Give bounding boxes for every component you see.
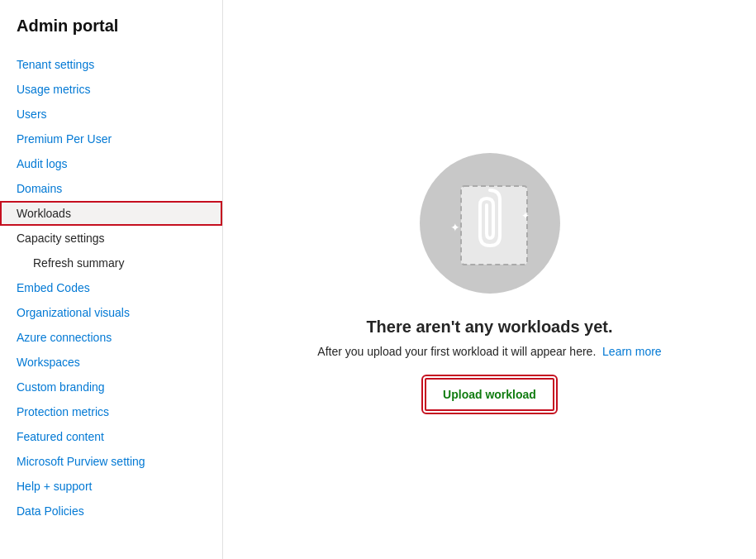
learn-more-link[interactable]: Learn more xyxy=(602,345,662,358)
page-title: Admin portal xyxy=(0,17,222,52)
sidebar-item-users[interactable]: Users xyxy=(0,102,222,127)
sidebar-item-refresh-summary[interactable]: Refresh summary xyxy=(0,251,222,275)
svg-text:✦: ✦ xyxy=(450,221,460,234)
sidebar-item-help-+-support[interactable]: Help + support xyxy=(0,474,222,499)
sidebar-item-organizational-visuals[interactable]: Organizational visuals xyxy=(0,300,222,325)
sidebar: Admin portal Tenant settingsUsage metric… xyxy=(0,0,223,559)
sidebar-item-microsoft-purview-setting[interactable]: Microsoft Purview setting xyxy=(0,449,222,474)
sidebar-item-domains[interactable]: Domains xyxy=(0,176,222,201)
sidebar-item-premium-per-user[interactable]: Premium Per User xyxy=(0,127,222,151)
svg-text:✦: ✦ xyxy=(521,210,530,222)
empty-illustration: ✦ ✦ xyxy=(416,149,564,298)
empty-state-title: There aren't any workloads yet. xyxy=(366,318,612,337)
sidebar-item-featured-content[interactable]: Featured content xyxy=(0,424,222,449)
sidebar-item-capacity-settings[interactable]: Capacity settings xyxy=(0,226,222,251)
upload-workload-button[interactable]: Upload workload xyxy=(425,378,554,411)
sidebar-item-azure-connections[interactable]: Azure connections xyxy=(0,325,222,350)
sidebar-item-protection-metrics[interactable]: Protection metrics xyxy=(0,399,222,424)
sidebar-item-audit-logs[interactable]: Audit logs xyxy=(0,151,222,176)
main-content: ✦ ✦ There aren't any workloads yet. Afte… xyxy=(223,0,756,559)
sidebar-item-embed-codes[interactable]: Embed Codes xyxy=(0,275,222,300)
sidebar-item-workloads[interactable]: Workloads xyxy=(0,201,222,226)
sidebar-item-data-policies[interactable]: Data Policies xyxy=(0,499,222,523)
sidebar-item-tenant-settings[interactable]: Tenant settings xyxy=(0,52,222,77)
empty-state-subtitle: After you upload your first workload it … xyxy=(317,345,661,358)
sidebar-item-custom-branding[interactable]: Custom branding xyxy=(0,375,222,399)
sidebar-item-usage-metrics[interactable]: Usage metrics xyxy=(0,77,222,102)
sidebar-item-workspaces[interactable]: Workspaces xyxy=(0,350,222,375)
